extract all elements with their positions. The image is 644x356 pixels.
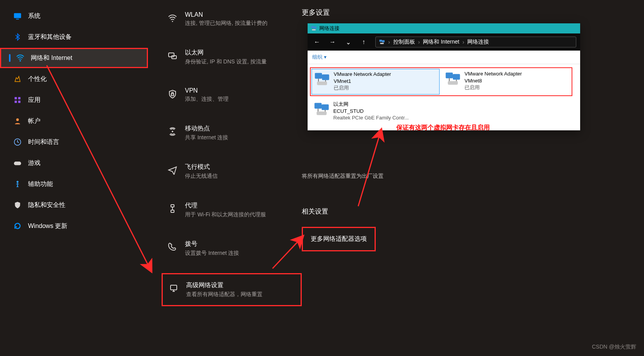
sidebar-item-label: 时间和语言 — [28, 138, 59, 146]
sidebar-item-network[interactable]: 网络和 Internet — [0, 48, 148, 68]
more-settings-heading: 更多设置 — [302, 8, 574, 17]
explorer-titlebar[interactable]: 网络连接 — [308, 23, 580, 33]
setting-title: WLAN — [185, 11, 267, 18]
clock-icon — [12, 136, 23, 148]
brush-icon — [12, 73, 23, 85]
adapter-name: VMware Network Adapter — [334, 71, 391, 78]
accessibility-icon — [12, 178, 23, 190]
sidebar-item-label: 帐户 — [28, 117, 40, 125]
setting-wlan[interactable]: WLAN连接, 管理已知网络, 按流量计费的 — [162, 6, 302, 32]
ethernet-icon — [165, 49, 179, 63]
sidebar-item-label: 系统 — [28, 12, 40, 20]
setting-dialup[interactable]: 拨号设置拨号 Internet 连接 — [162, 235, 302, 262]
setting-proxy[interactable]: 代理用于 Wi-Fi 和以太网连接的代理服 — [162, 196, 302, 224]
watermark: CSDN @烛火萤辉 — [592, 344, 636, 351]
setting-title: VPN — [185, 87, 229, 94]
adapter-vmnet8[interactable]: VMware Network Adapter VMnet8 已启用 — [443, 69, 571, 95]
adapter-status: 已启用 — [465, 84, 522, 91]
setting-airplane[interactable]: 飞行模式停止无线通信 — [162, 158, 302, 185]
organize-menu[interactable]: 组织 ▾ — [312, 54, 327, 60]
window-title: 网络连接 — [319, 25, 340, 32]
nic-icon — [313, 71, 331, 88]
setting-advanced-network[interactable]: 高级网络设置查看所有网络适配器，网络重置 — [162, 273, 302, 306]
adapter-name: VMware Network Adapter — [465, 70, 522, 77]
bluetooth-icon — [12, 31, 23, 43]
setting-sub: 设置拨号 Internet 连接 — [185, 250, 239, 257]
up-button[interactable]: ↑ — [358, 39, 369, 46]
nic-icon — [313, 101, 330, 118]
setting-hotspot[interactable]: 移动热点共享 Internet 连接 — [162, 119, 302, 147]
recent-button[interactable]: ⌄ — [343, 39, 354, 46]
explorer-body: VMware Network Adapter VMnet1 已启用 VMware… — [308, 64, 580, 130]
adapter-name: 以太网 — [333, 101, 409, 108]
explorer-toolbar: 组织 ▾ — [308, 51, 580, 64]
network-folder-icon — [311, 25, 317, 32]
vpn-icon — [165, 87, 179, 101]
adapter-status: 已启用 — [334, 84, 391, 91]
hotspot-icon — [165, 125, 179, 139]
crumb-network-internet[interactable]: 网络和 Internet — [423, 39, 459, 46]
settings-list: WLAN连接, 管理已知网络, 按流量计费的 以太网身份验证, IP 和 DNS… — [162, 6, 302, 317]
breadcrumb[interactable]: › 控制面板› 网络和 Internet› 网络连接 — [375, 37, 576, 47]
setting-sub: 查看所有网络适配器，网络重置 — [186, 291, 262, 298]
selection-indicator — [9, 54, 11, 62]
setting-sub: 添加、连接、管理 — [185, 96, 229, 103]
setting-vpn[interactable]: VPN添加、连接、管理 — [162, 82, 302, 108]
setting-title: 高级网络设置 — [186, 281, 262, 289]
sidebar-item-time[interactable]: 时间和语言 — [4, 132, 148, 152]
adapter-highlight-box: VMware Network Adapter VMnet1 已启用 VMware… — [310, 67, 572, 96]
sidebar-item-label: 隐私和安全性 — [28, 201, 65, 209]
network-folder-icon — [379, 39, 385, 45]
sidebar-item-update[interactable]: Windows 更新 — [4, 216, 148, 236]
sidebar-item-privacy[interactable]: 隐私和安全性 — [4, 195, 148, 215]
airplane-icon — [165, 163, 179, 177]
crumb-network-connections[interactable]: 网络连接 — [467, 39, 489, 46]
monitor-icon — [167, 281, 181, 295]
sidebar-item-apps[interactable]: 应用 — [4, 90, 148, 110]
proxy-icon — [165, 202, 179, 216]
update-icon — [12, 220, 23, 232]
sidebar-item-label: 游戏 — [28, 159, 40, 167]
adapter-id: VMnet1 — [334, 78, 391, 85]
shield-icon — [12, 199, 23, 211]
adapter-id: VMnet8 — [465, 77, 522, 84]
wifi-icon — [14, 52, 26, 64]
setting-title: 代理 — [185, 202, 266, 210]
sidebar-item-label: 个性化 — [28, 75, 47, 83]
sidebar-item-label: 网络和 Internet — [31, 54, 72, 62]
sidebar-item-gaming[interactable]: 游戏 — [4, 153, 148, 173]
adapter-ethernet[interactable]: 以太网 ECUT_STUD Realtek PCIe GbE Family Co… — [311, 99, 440, 124]
setting-title: 拨号 — [185, 240, 239, 248]
sidebar-item-label: 应用 — [28, 96, 40, 104]
sidebar-item-accessibility[interactable]: 辅助功能 — [4, 174, 148, 194]
forward-button[interactable]: → — [327, 39, 338, 46]
apps-icon — [12, 94, 23, 106]
person-icon — [12, 115, 23, 127]
factory-reset-text: 将所有网络适配器重置为出厂设置 — [302, 173, 574, 180]
sidebar-item-system[interactable]: 系统 — [4, 6, 148, 26]
annotation-text: 保证有这两个虚拟网卡存在且启用 — [396, 124, 490, 132]
adapter-status: Realtek PCIe GbE Family Contr... — [333, 114, 409, 121]
setting-title: 飞行模式 — [185, 163, 218, 171]
adapter-vmnet1[interactable]: VMware Network Adapter VMnet1 已启用 — [311, 69, 440, 95]
phone-icon — [165, 240, 179, 254]
explorer-nav: ← → ⌄ ↑ › 控制面板› 网络和 Internet› 网络连接 — [308, 33, 580, 51]
sidebar-item-accounts[interactable]: 帐户 — [4, 111, 148, 131]
more-adapter-options[interactable]: 更多网络适配器选项 — [302, 227, 376, 251]
sidebar-item-label: 辅助功能 — [28, 180, 53, 188]
sidebar-item-label: Windows 更新 — [28, 222, 67, 230]
setting-sub: 用于 Wi-Fi 和以太网连接的代理服 — [185, 211, 266, 218]
sidebar: 系统 蓝牙和其他设备 网络和 Internet 个性化 应用 帐户 时间和语言 … — [0, 0, 152, 237]
nic-icon — [444, 70, 461, 88]
crumb-control-panel[interactable]: 控制面板 — [393, 39, 415, 46]
sidebar-item-bluetooth[interactable]: 蓝牙和其他设备 — [4, 27, 148, 47]
setting-sub: 共享 Internet 连接 — [185, 134, 228, 141]
setting-title: 以太网 — [185, 49, 267, 57]
setting-title: 移动热点 — [185, 125, 228, 133]
related-settings-heading: 相关设置 — [302, 207, 574, 216]
back-button[interactable]: ← — [311, 39, 322, 46]
wifi-icon — [165, 11, 179, 25]
sidebar-item-personalize[interactable]: 个性化 — [4, 69, 148, 89]
setting-ethernet[interactable]: 以太网身份验证, IP 和 DNS 设置, 按流量 — [162, 43, 302, 71]
setting-sub: 身份验证, IP 和 DNS 设置, 按流量 — [185, 58, 267, 65]
